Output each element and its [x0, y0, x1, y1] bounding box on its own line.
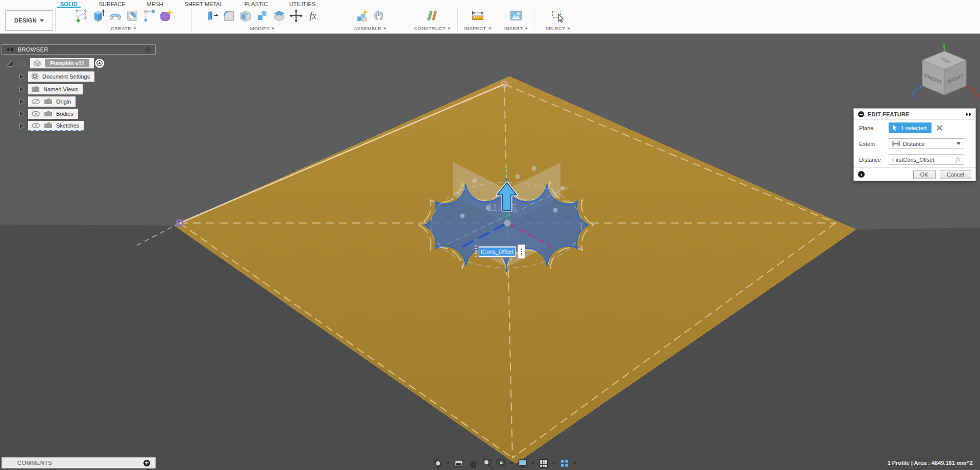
minimize-panel-icon[interactable] — [145, 47, 151, 53]
cancel-button[interactable]: Cancel — [940, 170, 971, 179]
design-menu-label: DESIGN — [14, 17, 37, 23]
group-create: CREATE — [56, 7, 191, 32]
move-copy-icon[interactable] — [288, 8, 304, 23]
group-construct: CONSTRUCT — [407, 7, 457, 32]
pan-icon[interactable] — [467, 457, 479, 469]
look-at-icon[interactable] — [452, 457, 465, 469]
browser-row-sketches[interactable]: Sketches — [20, 120, 84, 131]
application-window: 11.875 Y Z X TOP FRONT RIGHT DESIGN SOLI… — [0, 0, 980, 470]
display-settings-icon[interactable] — [516, 457, 529, 469]
assemble-menu[interactable]: ASSEMBLE — [354, 25, 386, 32]
measure-icon[interactable] — [470, 8, 485, 23]
create-form-icon[interactable] — [158, 8, 174, 23]
browser-row-document-settings[interactable]: Document Settings — [20, 71, 94, 82]
dialog-header[interactable]: EDIT FEATURE — [854, 109, 975, 120]
expand-arrow-icon[interactable] — [7, 60, 13, 66]
add-comment-icon[interactable] — [143, 460, 150, 466]
browser-row-root[interactable]: Pumpkin v11 — [7, 58, 104, 68]
expand-arrow-icon[interactable] — [20, 99, 24, 104]
revolve-icon[interactable] — [108, 8, 123, 23]
collapse-panel-icon[interactable] — [6, 47, 13, 52]
chevron-down-icon — [957, 142, 961, 145]
fillet-icon[interactable] — [221, 8, 236, 23]
construct-menu[interactable]: CONSTRUCT — [414, 25, 451, 32]
dock-dialog-icon[interactable] — [966, 112, 971, 116]
visibility-eye-icon[interactable] — [31, 122, 40, 129]
expand-arrow-icon[interactable] — [20, 74, 24, 79]
display-dropdown-icon[interactable] — [531, 462, 534, 464]
dimension-value-input[interactable]: tCons_Offset — [478, 246, 516, 258]
joint-icon[interactable] — [371, 8, 386, 23]
grid-dropdown-icon[interactable] — [552, 462, 555, 464]
z-axis-label: Z — [911, 92, 915, 98]
create-sketch-icon[interactable] — [74, 8, 89, 23]
extrude-icon[interactable] — [91, 8, 106, 23]
browser-item-label[interactable]: Origin — [56, 98, 71, 105]
comments-label: COMMENTS — [17, 460, 143, 466]
design-menu-button[interactable]: DESIGN — [5, 10, 53, 31]
selection-status-text: 1 Profile | Area : 4849.161 mm^2 — [888, 460, 973, 466]
browser-item-label[interactable]: Document Settings — [42, 73, 90, 80]
extent-label: Extent — [859, 141, 889, 147]
insert-menu[interactable]: INSERT — [504, 25, 528, 32]
inspect-menu[interactable]: INSPECT — [464, 25, 491, 32]
visibility-eye-icon[interactable] — [17, 60, 27, 67]
distance-input[interactable]: FirstCons_Offset fx — [889, 154, 964, 165]
new-component-icon[interactable] — [354, 8, 370, 23]
grid-settings-icon[interactable] — [537, 457, 550, 469]
browser-row-bodies[interactable]: Bodies — [20, 108, 78, 119]
collapse-dialog-icon[interactable] — [858, 111, 864, 117]
chevron-down-icon — [525, 28, 528, 30]
browser-header[interactable]: BROWSER — [2, 44, 156, 55]
expand-arrow-icon[interactable] — [20, 123, 24, 129]
visibility-off-eye-icon[interactable] — [31, 98, 40, 105]
y-axis-label: Y — [942, 43, 946, 48]
modify-menu[interactable]: MODIFY — [250, 25, 275, 32]
offset-face-icon[interactable] — [272, 8, 287, 23]
select-icon[interactable] — [550, 8, 566, 23]
expand-arrow-icon[interactable] — [20, 87, 24, 92]
more-options-icon[interactable] — [518, 244, 525, 259]
select-menu[interactable]: SELECT — [546, 25, 571, 32]
zoom-icon[interactable] — [481, 457, 494, 469]
create-menu[interactable]: CREATE — [111, 25, 136, 32]
activate-component-radio[interactable] — [95, 59, 104, 68]
orbit-dropdown-icon[interactable] — [447, 462, 450, 464]
viewports-dropdown-icon[interactable] — [573, 462, 576, 464]
extent-dropdown[interactable]: Distance — [889, 138, 964, 149]
view-cube[interactable]: Y Z X TOP FRONT RIGHT — [911, 43, 980, 102]
browser-item-label[interactable]: Bodies — [56, 111, 74, 117]
chevron-down-icon — [383, 28, 386, 30]
component-name[interactable]: Pumpkin v11 — [45, 59, 89, 67]
orbit-icon[interactable] — [431, 457, 444, 469]
change-parameters-icon[interactable]: fx — [305, 8, 321, 23]
drag-handle[interactable] — [474, 245, 478, 258]
pattern-icon[interactable] — [141, 8, 157, 23]
shell-icon[interactable] — [238, 8, 253, 23]
browser-row-origin[interactable]: Origin — [20, 96, 76, 107]
info-icon[interactable]: i — [858, 171, 865, 178]
press-pull-icon[interactable] — [204, 8, 219, 23]
clear-selection-icon[interactable] — [937, 125, 942, 131]
comments-panel[interactable]: COMMENTS — [2, 457, 156, 468]
browser-row-named-views[interactable]: Named Views — [20, 84, 83, 94]
visibility-eye-icon[interactable] — [31, 110, 40, 117]
browser-item-label[interactable]: Named Views — [43, 86, 78, 92]
expand-arrow-icon[interactable] — [20, 111, 24, 116]
component-chip[interactable]: Pumpkin v11 — [30, 58, 94, 68]
plane-row: Plane 1 selected — [854, 120, 975, 136]
fit-dropdown-icon[interactable] — [510, 462, 513, 464]
browser-item-label[interactable]: Sketches — [56, 122, 79, 129]
plane-selection-button[interactable]: 1 selected — [889, 122, 932, 133]
combine-icon[interactable] — [255, 8, 270, 23]
fit-icon[interactable] — [495, 457, 508, 469]
toolbar: DESIGN SOLID SURFACE MESH SHEET METAL PL… — [0, 0, 980, 34]
gear-icon — [31, 72, 39, 80]
construct-plane-icon[interactable] — [425, 8, 440, 23]
ok-button[interactable]: OK — [913, 170, 936, 179]
hole-icon[interactable] — [125, 8, 140, 23]
origin-point[interactable] — [504, 220, 511, 227]
viewports-icon[interactable] — [558, 457, 571, 469]
extent-value: Distance — [903, 141, 953, 147]
insert-image-icon[interactable] — [508, 8, 524, 23]
